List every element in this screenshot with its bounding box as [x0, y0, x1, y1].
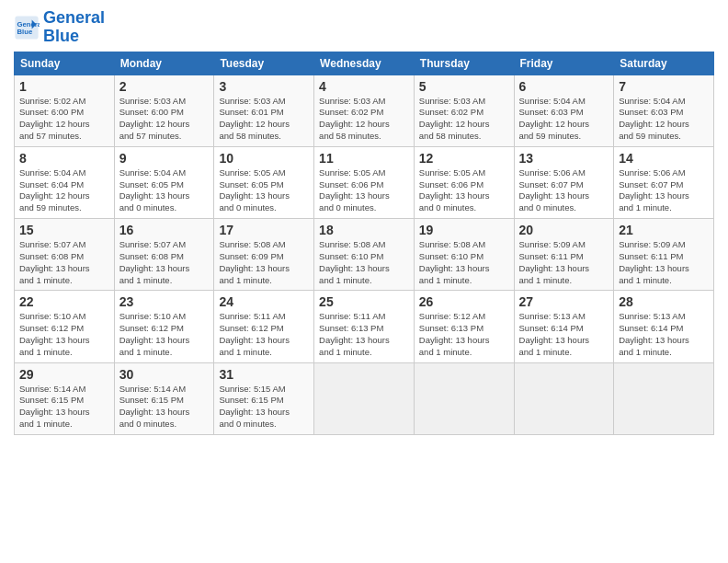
day-number: 3 — [219, 79, 309, 94]
day-number: 28 — [619, 294, 709, 309]
day-number: 21 — [619, 223, 709, 237]
calendar-cell: 7Sunrise: 5:04 AM Sunset: 6:03 PM Daylig… — [614, 75, 714, 146]
day-info: Sunrise: 5:02 AM Sunset: 6:00 PM Dayligh… — [19, 96, 109, 143]
calendar-week-row: 22Sunrise: 5:10 AM Sunset: 6:12 PM Dayli… — [15, 291, 714, 362]
day-info: Sunrise: 5:13 AM Sunset: 6:14 PM Dayligh… — [519, 311, 609, 358]
calendar-header-row: SundayMondayTuesdayWednesdayThursdayFrid… — [15, 52, 714, 75]
calendar-cell: 29Sunrise: 5:14 AM Sunset: 6:15 PM Dayli… — [15, 362, 115, 434]
day-info: Sunrise: 5:05 AM Sunset: 6:06 PM Dayligh… — [419, 167, 509, 214]
day-number: 30 — [119, 367, 210, 382]
day-info: Sunrise: 5:09 AM Sunset: 6:11 PM Dayligh… — [519, 239, 609, 286]
day-number: 26 — [419, 294, 509, 309]
day-info: Sunrise: 5:03 AM Sunset: 6:01 PM Dayligh… — [219, 96, 309, 143]
calendar-cell: 25Sunrise: 5:11 AM Sunset: 6:13 PM Dayli… — [314, 291, 415, 362]
calendar-cell: 8Sunrise: 5:04 AM Sunset: 6:04 PM Daylig… — [15, 146, 115, 218]
calendar-week-row: 15Sunrise: 5:07 AM Sunset: 6:08 PM Dayli… — [15, 219, 714, 291]
col-header-friday: Friday — [514, 52, 614, 75]
calendar-cell: 6Sunrise: 5:04 AM Sunset: 6:03 PM Daylig… — [514, 75, 614, 146]
day-number: 9 — [119, 151, 210, 166]
day-number: 25 — [319, 294, 409, 309]
day-info: Sunrise: 5:05 AM Sunset: 6:05 PM Dayligh… — [219, 167, 309, 214]
day-number: 12 — [419, 151, 509, 166]
day-info: Sunrise: 5:07 AM Sunset: 6:08 PM Dayligh… — [119, 239, 210, 286]
day-number: 24 — [219, 294, 309, 309]
day-number: 18 — [319, 223, 409, 237]
day-info: Sunrise: 5:04 AM Sunset: 6:04 PM Dayligh… — [19, 167, 109, 214]
day-number: 5 — [419, 79, 509, 94]
calendar-week-row: 1Sunrise: 5:02 AM Sunset: 6:00 PM Daylig… — [15, 75, 714, 146]
logo-icon: General Blue — [14, 15, 40, 40]
page-container: General Blue GeneralBlue SundayMondayTue… — [0, 0, 728, 444]
day-info: Sunrise: 5:06 AM Sunset: 6:07 PM Dayligh… — [519, 167, 609, 214]
calendar-cell: 14Sunrise: 5:06 AM Sunset: 6:07 PM Dayli… — [614, 146, 714, 218]
calendar-table: SundayMondayTuesdayWednesdayThursdayFrid… — [14, 52, 714, 435]
col-header-monday: Monday — [114, 52, 214, 75]
day-number: 31 — [219, 367, 309, 382]
day-info: Sunrise: 5:03 AM Sunset: 6:02 PM Dayligh… — [419, 96, 509, 143]
day-number: 4 — [319, 79, 409, 94]
day-info: Sunrise: 5:14 AM Sunset: 6:15 PM Dayligh… — [119, 384, 210, 431]
calendar-cell: 4Sunrise: 5:03 AM Sunset: 6:02 PM Daylig… — [314, 75, 415, 146]
calendar-cell: 21Sunrise: 5:09 AM Sunset: 6:11 PM Dayli… — [614, 219, 714, 291]
day-info: Sunrise: 5:04 AM Sunset: 6:03 PM Dayligh… — [519, 96, 609, 143]
calendar-cell: 30Sunrise: 5:14 AM Sunset: 6:15 PM Dayli… — [114, 362, 214, 434]
day-number: 14 — [619, 151, 709, 166]
calendar-cell: 26Sunrise: 5:12 AM Sunset: 6:13 PM Dayli… — [414, 291, 514, 362]
calendar-cell: 23Sunrise: 5:10 AM Sunset: 6:12 PM Dayli… — [114, 291, 214, 362]
day-info: Sunrise: 5:10 AM Sunset: 6:12 PM Dayligh… — [119, 311, 210, 358]
calendar-cell — [414, 362, 514, 434]
calendar-cell: 13Sunrise: 5:06 AM Sunset: 6:07 PM Dayli… — [514, 146, 614, 218]
calendar-cell — [514, 362, 614, 434]
day-info: Sunrise: 5:13 AM Sunset: 6:14 PM Dayligh… — [619, 311, 709, 358]
svg-text:Blue: Blue — [17, 28, 33, 36]
day-info: Sunrise: 5:08 AM Sunset: 6:10 PM Dayligh… — [319, 239, 409, 286]
day-number: 13 — [519, 151, 609, 166]
calendar-cell: 22Sunrise: 5:10 AM Sunset: 6:12 PM Dayli… — [15, 291, 115, 362]
day-number: 27 — [519, 294, 609, 309]
day-number: 7 — [619, 79, 709, 94]
day-number: 8 — [19, 151, 109, 166]
day-number: 15 — [19, 223, 109, 237]
day-number: 2 — [119, 79, 210, 94]
calendar-cell — [614, 362, 714, 434]
calendar-cell: 5Sunrise: 5:03 AM Sunset: 6:02 PM Daylig… — [414, 75, 514, 146]
day-info: Sunrise: 5:04 AM Sunset: 6:05 PM Dayligh… — [119, 167, 210, 214]
calendar-cell: 31Sunrise: 5:15 AM Sunset: 6:15 PM Dayli… — [214, 362, 314, 434]
day-info: Sunrise: 5:15 AM Sunset: 6:15 PM Dayligh… — [219, 384, 309, 431]
day-info: Sunrise: 5:08 AM Sunset: 6:10 PM Dayligh… — [419, 239, 509, 286]
day-number: 1 — [19, 79, 109, 94]
calendar-cell — [314, 362, 415, 434]
calendar-cell: 2Sunrise: 5:03 AM Sunset: 6:00 PM Daylig… — [114, 75, 214, 146]
col-header-thursday: Thursday — [414, 52, 514, 75]
calendar-cell: 20Sunrise: 5:09 AM Sunset: 6:11 PM Dayli… — [514, 219, 614, 291]
day-number: 17 — [219, 223, 309, 237]
col-header-wednesday: Wednesday — [314, 52, 415, 75]
day-number: 11 — [319, 151, 409, 166]
day-number: 16 — [119, 223, 210, 237]
day-info: Sunrise: 5:11 AM Sunset: 6:12 PM Dayligh… — [219, 311, 309, 358]
calendar-cell: 17Sunrise: 5:08 AM Sunset: 6:09 PM Dayli… — [214, 219, 314, 291]
calendar-week-row: 29Sunrise: 5:14 AM Sunset: 6:15 PM Dayli… — [15, 362, 714, 434]
day-info: Sunrise: 5:11 AM Sunset: 6:13 PM Dayligh… — [319, 311, 409, 358]
day-number: 6 — [519, 79, 609, 94]
calendar-cell: 3Sunrise: 5:03 AM Sunset: 6:01 PM Daylig… — [214, 75, 314, 146]
day-info: Sunrise: 5:03 AM Sunset: 6:00 PM Dayligh… — [119, 96, 210, 143]
day-info: Sunrise: 5:03 AM Sunset: 6:02 PM Dayligh… — [319, 96, 409, 143]
day-number: 10 — [219, 151, 309, 166]
day-info: Sunrise: 5:08 AM Sunset: 6:09 PM Dayligh… — [219, 239, 309, 286]
calendar-cell: 19Sunrise: 5:08 AM Sunset: 6:10 PM Dayli… — [414, 219, 514, 291]
day-number: 20 — [519, 223, 609, 237]
calendar-week-row: 8Sunrise: 5:04 AM Sunset: 6:04 PM Daylig… — [15, 146, 714, 218]
calendar-cell: 15Sunrise: 5:07 AM Sunset: 6:08 PM Dayli… — [15, 219, 115, 291]
calendar-cell: 12Sunrise: 5:05 AM Sunset: 6:06 PM Dayli… — [414, 146, 514, 218]
calendar-cell: 28Sunrise: 5:13 AM Sunset: 6:14 PM Dayli… — [614, 291, 714, 362]
logo-text: GeneralBlue — [43, 9, 105, 46]
calendar-cell: 24Sunrise: 5:11 AM Sunset: 6:12 PM Dayli… — [214, 291, 314, 362]
day-info: Sunrise: 5:04 AM Sunset: 6:03 PM Dayligh… — [619, 96, 709, 143]
day-number: 23 — [119, 294, 210, 309]
day-number: 22 — [19, 294, 109, 309]
calendar-cell: 11Sunrise: 5:05 AM Sunset: 6:06 PM Dayli… — [314, 146, 415, 218]
day-info: Sunrise: 5:05 AM Sunset: 6:06 PM Dayligh… — [319, 167, 409, 214]
col-header-sunday: Sunday — [15, 52, 115, 75]
day-info: Sunrise: 5:06 AM Sunset: 6:07 PM Dayligh… — [619, 167, 709, 214]
